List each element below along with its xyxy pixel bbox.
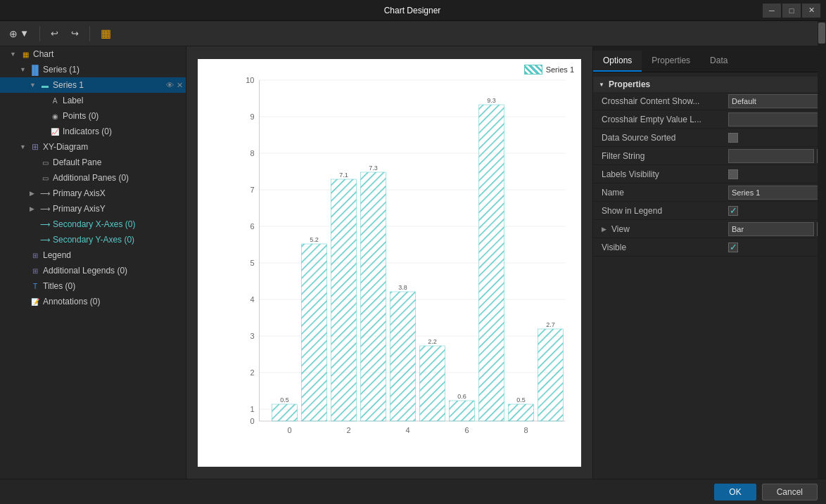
tree-item-label[interactable]: A Label — [0, 93, 186, 108]
tree-item-default-pane[interactable]: ▭ Default Pane — [0, 155, 186, 170]
svg-rect-29 — [272, 404, 298, 421]
svg-text:5.2: 5.2 — [310, 236, 319, 243]
main-layout: ▼ ▦ Chart ▼ ▐▌ Series (1) ▼ ▬ Series 1 👁… — [0, 46, 826, 479]
tree-item-primary-axis-y[interactable]: ▶ ⟶ Primary AxisY — [0, 201, 186, 217]
add-button[interactable]: ⊕ ▼ — [4, 25, 34, 42]
close-button[interactable]: ✕ — [802, 4, 820, 18]
tree-label-indicators: Indicators (0) — [63, 127, 112, 136]
svg-rect-31 — [302, 244, 327, 421]
tree-item-chart[interactable]: ▼ ▦ Chart — [0, 46, 186, 62]
chart-icon: ▦ — [101, 27, 111, 40]
tree-label-xy-diagram: XY-Diagram — [43, 142, 88, 152]
chart-area: Series 1 10 9 8 7 6 — [198, 59, 581, 467]
visible-check[interactable]: ✓ — [728, 243, 738, 252]
view-input[interactable] — [728, 222, 814, 236]
tree-label-chart: Chart — [33, 49, 53, 59]
tab-options[interactable]: Options — [593, 51, 642, 72]
name-input[interactable] — [728, 186, 826, 200]
tree-label-primary-axis-y: Primary AxisY — [53, 204, 106, 214]
tree-label-series-group: Series (1) — [43, 65, 80, 75]
tree-item-additional-legends[interactable]: ⊞ Additional Legends (0) — [0, 263, 186, 278]
svg-rect-35 — [361, 172, 386, 421]
center-panel: Series 1 10 9 8 7 6 — [186, 46, 592, 479]
legend-label: Series 1 — [546, 65, 574, 74]
filter-string-input[interactable] — [728, 149, 814, 163]
svg-text:6: 6 — [250, 222, 254, 231]
svg-rect-37 — [390, 292, 416, 421]
tree-item-secondary-x-axes[interactable]: ⟶ Secondary X-Axes (0) — [0, 217, 186, 232]
prop-crosshair-content: Crosshair Content Show... Default True F… — [593, 92, 826, 110]
crosshair-empty-input[interactable] — [728, 112, 826, 127]
prop-labels-visibility: Labels Visibility — [593, 165, 826, 183]
chart-svg: 10 9 8 7 6 5 4 3 2 1 0 0 2 4 6 8 — [226, 73, 574, 439]
tree-item-additional-panes[interactable]: ▭ Additional Panes (0) — [0, 170, 186, 186]
svg-rect-41 — [450, 401, 475, 421]
redo-button[interactable]: ↪ — [66, 25, 84, 41]
tree-item-legend[interactable]: ⊞ Legend — [0, 247, 186, 263]
window-title: Chart Designer — [62, 6, 763, 15]
prop-value-name — [728, 186, 826, 200]
chart-legend: Series 1 — [524, 65, 574, 75]
tab-data[interactable]: Data — [700, 51, 737, 72]
cancel-button[interactable]: Cancel — [762, 484, 818, 500]
tree-label-label: Label — [63, 96, 83, 105]
tree-label-additional-legends: Additional Legends (0) — [43, 266, 127, 276]
default-pane-icon: ▭ — [39, 157, 51, 168]
tree-item-points[interactable]: ◉ Points (0) — [0, 108, 186, 124]
ok-button[interactable]: OK — [714, 484, 756, 500]
minimize-button[interactable]: ─ — [763, 4, 781, 18]
tree-label-secondary-x: Secondary X-Axes (0) — [53, 219, 135, 229]
chart-icon-tree: ▦ — [20, 49, 31, 60]
primary-axis-y-icon: ⟶ — [39, 203, 51, 214]
prop-name: Name — [593, 183, 826, 202]
additional-legends-icon: ⊞ — [30, 265, 41, 276]
chart-icon-button[interactable]: ▦ — [96, 24, 116, 43]
labels-visibility-check[interactable] — [728, 169, 738, 179]
label-icon: A — [49, 95, 61, 106]
scrollbar-thumb — [818, 22, 825, 44]
prop-label-filter-string: Filter String — [602, 151, 728, 161]
prop-visible: Visible ✓ — [593, 238, 826, 257]
data-source-sorted-check[interactable] — [728, 133, 738, 143]
show-in-legend-check[interactable]: ✓ — [728, 206, 738, 216]
svg-text:3.8: 3.8 — [398, 284, 407, 291]
secondary-x-icon: ⟶ — [39, 219, 51, 230]
tree-item-annotations[interactable]: 📝 Annotations (0) — [0, 294, 186, 309]
svg-text:10: 10 — [246, 76, 254, 84]
tree-label-points: Points (0) — [63, 111, 99, 121]
tab-properties[interactable]: Properties — [642, 51, 700, 72]
restore-button[interactable]: □ — [782, 4, 801, 18]
svg-rect-33 — [331, 179, 357, 421]
prop-label-data-source-sorted: Data Source Sorted — [602, 133, 728, 143]
tree-item-xy-diagram[interactable]: ▼ ⊞ XY-Diagram — [0, 139, 186, 155]
toggle-primary-axis-x: ▶ — [30, 190, 39, 197]
series1-delete-icon[interactable]: ✕ — [177, 81, 183, 90]
indicators-icon: 📈 — [49, 126, 61, 137]
tree-label-legend: Legend — [43, 250, 71, 260]
bottom-bar: OK Cancel — [0, 479, 826, 504]
tree-item-series1[interactable]: ▼ ▬ Series 1 👁 ✕ — [0, 77, 186, 93]
toggle-series1: ▼ — [30, 82, 39, 89]
svg-text:8: 8 — [523, 426, 528, 434]
tree-item-primary-axis-x[interactable]: ▶ ⟶ Primary AxisX — [0, 186, 186, 201]
svg-text:0: 0 — [287, 426, 291, 434]
svg-text:0: 0 — [250, 417, 254, 425]
tree-item-titles[interactable]: T Titles (0) — [0, 278, 186, 294]
toolbar-separator-1 — [39, 26, 40, 41]
tree-item-series-group[interactable]: ▼ ▐▌ Series (1) — [0, 62, 186, 77]
prop-value-crosshair-empty — [728, 112, 826, 127]
svg-text:8: 8 — [250, 149, 254, 157]
series1-eye-icon[interactable]: 👁 — [166, 81, 174, 90]
view-expand-icon[interactable]: ▶ — [602, 226, 611, 233]
right-scrollbar[interactable] — [818, 21, 826, 479]
svg-text:1: 1 — [250, 405, 254, 413]
title-bar: Chart Designer ─ □ ✕ — [0, 0, 826, 21]
tree-item-indicators[interactable]: 📈 Indicators (0) — [0, 124, 186, 139]
tree-item-secondary-y-axes[interactable]: ⟶ Secondary Y-Axes (0) — [0, 232, 186, 247]
primary-axis-x-icon: ⟶ — [39, 188, 51, 199]
properties-section-header[interactable]: ▼ Properties — [593, 77, 826, 92]
svg-text:6: 6 — [464, 426, 469, 434]
crosshair-content-select[interactable]: Default True False — [728, 94, 826, 108]
undo-button[interactable]: ↩ — [46, 25, 63, 41]
svg-text:4: 4 — [405, 426, 409, 434]
